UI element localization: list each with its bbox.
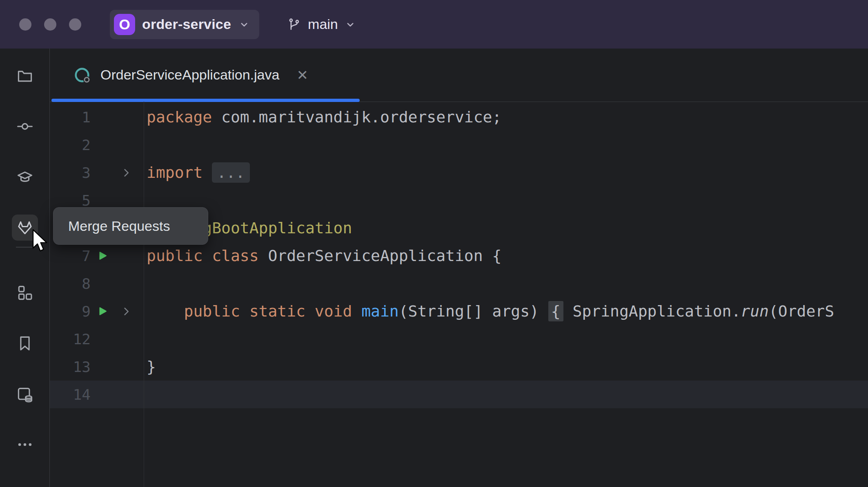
tab-orderserviceapplication-java[interactable]: OrderServiceApplication.java ✕	[50, 49, 308, 101]
titlebar: O order-service main	[0, 0, 868, 49]
code-token-plain: (OrderS	[769, 302, 834, 320]
merge-requests-tooltip: Merge Requests	[53, 207, 208, 245]
code-text: }	[147, 358, 156, 376]
line-number: 1	[50, 109, 91, 126]
project-avatar: O	[114, 14, 135, 35]
code-line-12: 12	[50, 325, 868, 353]
database-icon[interactable]	[12, 382, 38, 408]
fold-gutter-button[interactable]	[114, 305, 138, 318]
git-branch-icon	[286, 17, 302, 32]
code-token-plain: com.maritvandijk.orderservice;	[221, 108, 501, 126]
graduation-cap-icon[interactable]	[12, 164, 38, 190]
code-token-keyword: public static void	[184, 302, 362, 320]
run-gutter-button[interactable]	[91, 250, 114, 262]
code-line-3: 3import ...	[50, 159, 868, 186]
project-widget[interactable]: O order-service	[110, 10, 259, 39]
code-line-13: 13}	[50, 353, 868, 381]
partial-circle-icon[interactable]	[12, 484, 38, 487]
code-token-plain	[147, 302, 184, 320]
code-rows: 1package com.maritvandijk.orderservice;2…	[50, 103, 868, 408]
line-number: 5	[50, 192, 91, 209]
code-token-plain: SpringApplication.	[563, 302, 741, 320]
code-token-method-decl: main	[361, 302, 399, 320]
spring-boot-icon	[73, 66, 91, 84]
stripe-divider	[16, 247, 34, 248]
run-icon	[96, 250, 109, 262]
tab-close-icon[interactable]: ✕	[296, 68, 308, 82]
tab-title: OrderServiceApplication.java	[100, 67, 279, 83]
gitlab-merge-requests-icon[interactable]	[12, 215, 38, 241]
tool-window-stripe	[0, 49, 50, 487]
code-line-14: 14	[50, 381, 868, 408]
code-text: public static void main(String[] args) {…	[147, 302, 834, 320]
code-line-9: 9 public static void main(String[] args)…	[50, 297, 868, 325]
line-number: 9	[50, 303, 91, 320]
code-token-folded-region: ...	[212, 162, 250, 183]
branch-name: main	[308, 16, 338, 32]
vcs-branch-widget[interactable]: main	[280, 12, 362, 36]
line-number: 3	[50, 164, 91, 181]
fold-gutter-button[interactable]	[114, 166, 138, 179]
code-token-keyword: public class	[147, 247, 268, 265]
code-token-keyword: import	[147, 164, 212, 182]
editor-tab-bar: OrderServiceApplication.java ✕	[50, 49, 868, 102]
folder-icon[interactable]	[12, 63, 38, 89]
fold-chevron-icon	[120, 166, 133, 179]
code-token-plain: }	[147, 358, 156, 376]
line-number: 12	[50, 331, 91, 348]
code-token-keyword: package	[147, 108, 221, 126]
gutter-separator	[144, 102, 144, 487]
run-gutter-button[interactable]	[91, 305, 114, 317]
code-line-2: 2	[50, 131, 868, 159]
run-icon	[96, 305, 109, 317]
code-token-plain: OrderServiceApplication {	[268, 247, 501, 265]
commit-icon[interactable]	[12, 113, 38, 139]
fold-chevron-icon	[120, 305, 133, 318]
bookmark-icon[interactable]	[12, 330, 38, 356]
line-number: 2	[50, 137, 91, 153]
code-text: package com.maritvandijk.orderservice;	[147, 108, 501, 126]
ide-window: { "titlebar": { "traffic_lights": ["clos…	[0, 0, 868, 487]
minimize-window-button[interactable]	[44, 18, 56, 31]
code-line-8: 8	[50, 270, 868, 297]
code-token-plain: (String[] args)	[399, 302, 548, 320]
code-editor[interactable]: 1package com.maritvandijk.orderservice;2…	[50, 102, 868, 487]
zoom-window-button[interactable]	[69, 18, 81, 31]
line-number: 7	[50, 248, 91, 264]
more-icon[interactable]	[12, 432, 38, 458]
line-number: 8	[50, 275, 91, 292]
code-text: import ...	[147, 164, 250, 182]
code-token-static-call: run	[741, 302, 769, 320]
code-token-brace-highlight: {	[548, 301, 563, 321]
code-text: public class OrderServiceApplication {	[147, 247, 501, 265]
code-line-7: 7public class OrderServiceApplication {	[50, 242, 868, 270]
line-number: 14	[50, 386, 91, 403]
structure-icon[interactable]	[12, 280, 38, 306]
close-window-button[interactable]	[19, 18, 31, 31]
tooltip-label: Merge Requests	[68, 218, 170, 234]
chevron-down-icon	[238, 18, 250, 31]
code-line-1: 1package com.maritvandijk.orderservice;	[50, 103, 868, 131]
project-name: order-service	[142, 16, 231, 32]
chevron-down-icon	[344, 18, 356, 31]
line-number: 13	[50, 359, 91, 375]
traffic-lights	[19, 18, 81, 31]
